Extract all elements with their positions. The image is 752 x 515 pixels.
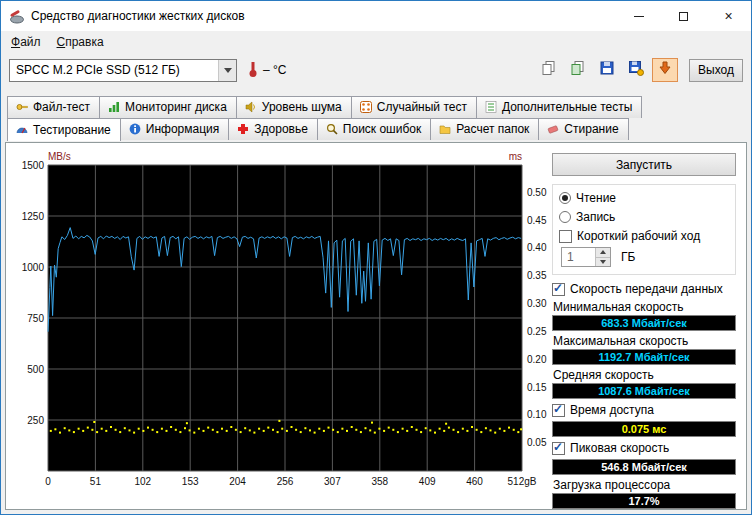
error-scan-icon: [326, 123, 338, 135]
copy-button[interactable]: [536, 58, 562, 82]
svg-text:51: 51: [90, 476, 102, 487]
start-button[interactable]: Запустить: [552, 153, 736, 176]
tab-information[interactable]: Информация: [120, 118, 229, 140]
disk-monitor-icon: [108, 101, 120, 113]
close-icon: ×: [724, 9, 732, 23]
access-time-label: Время доступа: [570, 403, 654, 417]
max-speed-value: 1192.7 Мбайт/сек: [552, 349, 736, 365]
burst-rate-value: 546.8 Мбайт/сек: [552, 459, 736, 475]
minimize-icon: [634, 16, 644, 17]
svg-text:153: 153: [182, 476, 199, 487]
read-radio[interactable]: Чтение: [559, 190, 731, 206]
drive-select[interactable]: SPCC M.2 PCIe SSD (512 ГБ): [9, 59, 237, 82]
svg-text:0.35: 0.35: [527, 270, 547, 281]
svg-text:0.50: 0.50: [527, 187, 547, 198]
tab-disk-monitor[interactable]: Мониторинг диска: [99, 96, 237, 118]
write-radio-label: Запись: [576, 210, 615, 224]
svg-text:0.05: 0.05: [527, 437, 547, 448]
transfer-rate-checkbox[interactable]: Скорость передачи данных: [552, 281, 736, 297]
svg-text:MB/s: MB/s: [48, 151, 71, 162]
tab-random-test[interactable]: Случайный тест: [351, 96, 477, 118]
titlebar: Средство диагностики жестких дисков ×: [1, 1, 751, 31]
access-time-value: 0.075 мс: [552, 421, 736, 437]
svg-text:500: 500: [27, 364, 44, 375]
tab-row-1: Файл-тест Мониторинг диска Уровень шума …: [7, 96, 747, 118]
min-speed-label: Минимальная скорость: [553, 300, 736, 314]
transfer-rate-label: Скорость передачи данных: [570, 282, 723, 296]
drive-select-value: SPCC M.2 PCIe SSD (512 ГБ): [10, 63, 218, 77]
access-time-checkbox[interactable]: Время доступа: [552, 402, 736, 418]
stepper-up-button[interactable]: [596, 248, 610, 257]
min-speed-value: 683.3 Мбайт/сек: [552, 315, 736, 331]
testing-tab-page: MB/sms1500125010007505002500511021532042…: [5, 142, 747, 510]
svg-text:1500: 1500: [22, 160, 45, 171]
svg-text:ms: ms: [509, 151, 522, 162]
tab-file-test[interactable]: Файл-тест: [7, 96, 100, 118]
maximize-button[interactable]: [661, 1, 706, 31]
health-icon: [237, 123, 249, 135]
test-options-group: Чтение Запись Короткий рабочий ход 1: [552, 184, 736, 275]
short-stroke-label: Короткий рабочий ход: [577, 229, 700, 243]
save-options-button[interactable]: [623, 58, 649, 82]
checkbox-icon: [552, 442, 565, 455]
burst-rate-label: Пиковая скорость: [570, 441, 669, 455]
radio-icon: [559, 211, 571, 223]
folder-usage-icon: [439, 123, 451, 135]
svg-text:750: 750: [27, 313, 44, 324]
short-stroke-size-row: 1 ГБ: [561, 247, 731, 267]
tab-health[interactable]: Здоровье: [228, 118, 318, 140]
size-unit-label: ГБ: [621, 250, 635, 264]
close-button[interactable]: ×: [706, 1, 751, 31]
chevron-down-icon: [224, 68, 232, 73]
toolbar: SPCC M.2 PCIe SSD (512 ГБ) – °C: [1, 52, 751, 88]
cpu-usage-value: 17.7%: [552, 493, 736, 509]
download-arrow-icon: [657, 60, 673, 80]
download-button[interactable]: [652, 58, 678, 82]
tab-erase[interactable]: Стирание: [538, 118, 628, 140]
maximize-icon: [679, 12, 688, 21]
svg-text:102: 102: [134, 476, 151, 487]
exit-button[interactable]: Выход: [689, 59, 743, 82]
svg-text:409: 409: [419, 476, 436, 487]
random-test-icon: [360, 101, 372, 113]
burst-rate-checkbox[interactable]: Пиковая скорость: [552, 440, 736, 456]
checkbox-icon: [559, 230, 572, 243]
menu-file[interactable]: Файл: [3, 33, 49, 51]
size-value: 1: [562, 248, 595, 266]
svg-text:0.10: 0.10: [527, 409, 547, 420]
tab-folder-usage[interactable]: Расчет папок: [430, 118, 539, 140]
checkbox-icon: [552, 404, 565, 417]
chevron-down-icon: [600, 260, 606, 264]
app-icon: [9, 8, 25, 24]
svg-text:1250: 1250: [22, 211, 45, 222]
copy-icon: [541, 60, 557, 80]
svg-text:358: 358: [371, 476, 388, 487]
write-radio[interactable]: Запись: [559, 209, 731, 225]
avg-speed-label: Средняя скорость: [553, 368, 736, 382]
chevron-up-icon: [600, 250, 606, 254]
copy-image-button[interactable]: [565, 58, 591, 82]
tab-noise-level[interactable]: Уровень шума: [236, 96, 352, 118]
size-stepper[interactable]: 1: [561, 247, 611, 267]
max-speed-label: Максимальная скорость: [553, 334, 736, 348]
svg-text:0: 0: [45, 476, 51, 487]
avg-speed-value: 1087.6 Мбайт/сек: [552, 383, 736, 399]
radio-icon: [559, 192, 571, 204]
menubar: Файл Справка: [1, 31, 751, 52]
tab-strip: Файл-тест Мониторинг диска Уровень шума …: [1, 88, 751, 140]
menu-help[interactable]: Справка: [49, 33, 112, 51]
short-stroke-checkbox[interactable]: Короткий рабочий ход: [559, 228, 731, 244]
tab-extra-tests[interactable]: Дополнительные тесты: [476, 96, 642, 118]
save-button[interactable]: [594, 58, 620, 82]
thermometer-icon: [247, 60, 259, 81]
window-title: Средство диагностики жестких дисков: [31, 9, 245, 23]
erase-icon: [547, 123, 559, 135]
minimize-button[interactable]: [616, 1, 661, 31]
svg-text:512gB: 512gB: [508, 476, 537, 487]
drive-select-arrow[interactable]: [218, 60, 236, 81]
read-radio-label: Чтение: [576, 191, 616, 205]
stepper-down-button[interactable]: [596, 257, 610, 267]
tab-testing[interactable]: Тестирование: [7, 118, 121, 141]
svg-text:0.15: 0.15: [527, 382, 547, 393]
tab-error-scan[interactable]: Поиск ошибок: [317, 118, 431, 140]
